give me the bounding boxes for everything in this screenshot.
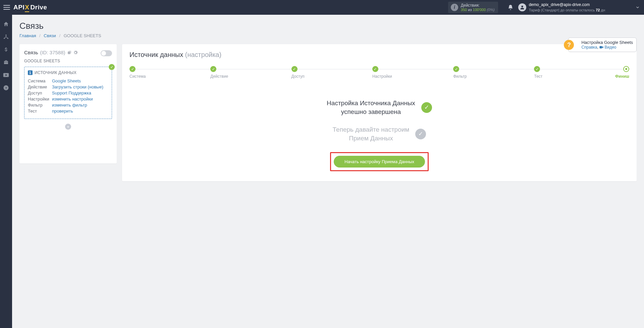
actions-used: 350 — [461, 8, 467, 12]
user-tariff: Тариф |Стандарт| до оплаты осталось 72 д… — [529, 8, 605, 12]
svg-text:?: ? — [5, 86, 7, 90]
step: ✓Настройки — [372, 66, 453, 79]
source-row-key: Фильтр — [28, 103, 52, 108]
user-block[interactable]: demo_apix_drive@apix-drive.com Тариф |Ст… — [529, 2, 605, 12]
gear-icon[interactable] — [73, 50, 78, 55]
start-setup-button[interactable]: Начать настройку Приема Данных — [334, 156, 425, 168]
step: ✓Фильтр — [453, 66, 534, 79]
svg-rect-7 — [600, 46, 602, 49]
help-box: ? Настройка Google Sheets Справка, Видео — [568, 38, 637, 52]
svg-point-1 — [5, 35, 6, 36]
source-row-value[interactable]: проверить — [52, 109, 73, 114]
nav-help-icon[interactable]: ? — [0, 82, 12, 94]
user-email: demo_apix_drive@apix-drive.com — [529, 2, 605, 8]
logo-api: API — [13, 4, 24, 11]
chevron-down-icon[interactable] — [635, 5, 640, 10]
actions-label: Действия: — [461, 3, 495, 8]
help-qmark-icon[interactable]: ? — [564, 40, 574, 50]
actions-total: 100'000 — [473, 8, 486, 12]
step-dot-icon: ✓ — [534, 66, 540, 72]
step-label: Тест — [534, 74, 615, 79]
check-icon: ✓ — [421, 102, 432, 113]
content: ? Настройка Google Sheets Справка, Видео… — [12, 15, 644, 328]
nav-home-icon[interactable] — [0, 18, 12, 30]
copy-icon[interactable] — [67, 50, 72, 55]
enable-toggle[interactable] — [101, 50, 112, 56]
notifications-icon[interactable] — [507, 4, 514, 10]
step: ✓Система — [129, 66, 210, 79]
breadcrumb: Главная / Связи / GOOGLE SHEETS — [19, 33, 637, 38]
source-row-value[interactable]: изменить настройки — [52, 96, 93, 102]
check-icon-pending: ✓ — [415, 129, 426, 139]
logo-x: X — [25, 4, 29, 11]
source-row: ДействиеЗагрузить строки (новые) — [28, 84, 108, 89]
source-row-value[interactable]: Support Поддержка — [52, 90, 91, 95]
actions-pct: (0%) — [487, 8, 494, 12]
topbar: API X Drive i Действия: 350 из 100'000 (… — [0, 0, 644, 15]
status-pending: Теперь давайте настроим Прием Данных ✓ — [129, 125, 629, 142]
step-label: Действие — [210, 74, 291, 79]
nav-video-icon[interactable] — [0, 69, 12, 81]
source-row-key: Доступ — [28, 90, 52, 95]
main-title: Источник данных (настройка) — [129, 51, 629, 59]
source-num: 1 — [28, 70, 33, 75]
cta-highlight: Начать настройку Приема Данных — [330, 152, 429, 171]
source-row: СистемаGoogle Sheets — [28, 78, 108, 83]
logo[interactable]: API X Drive — [13, 4, 47, 11]
source-box: ✓ 1 ИСТОЧНИК ДАННЫХ СистемаGoogle Sheets… — [24, 67, 112, 119]
menu-toggle[interactable] — [2, 3, 11, 12]
crumb-links[interactable]: Связи — [44, 33, 56, 38]
source-row: Фильтризменить фильтр — [28, 103, 108, 108]
source-row: Тестпроверить — [28, 109, 108, 114]
sheet-label: GOOGLE SHEETS — [24, 59, 112, 63]
avatar-icon[interactable] — [518, 3, 526, 11]
source-row-value[interactable]: изменить фильтр — [52, 103, 87, 108]
left-panel: Связь (ID: 37588) GOOGLE SHEETS ✓ 1 ИСТО… — [19, 44, 117, 163]
info-icon: i — [451, 4, 458, 11]
step-dot-icon: ✓ — [210, 66, 216, 72]
step-dot-icon: ✓ — [129, 66, 136, 72]
actions-counter[interactable]: i Действия: 350 из 100'000 (0%) — [448, 2, 498, 13]
step-label: Доступ — [291, 74, 372, 79]
help-link[interactable]: Справка — [581, 45, 597, 50]
step: ✓Доступ — [291, 66, 372, 79]
source-row-key: Настройки — [28, 96, 52, 102]
step: ✓Тест — [534, 66, 615, 79]
source-title: ИСТОЧНИК ДАННЫХ — [35, 70, 76, 75]
source-row-value[interactable]: Google Sheets — [52, 78, 81, 83]
step-label: Настройки — [372, 74, 453, 79]
step-label: Финиш — [615, 74, 629, 79]
crumb-current: GOOGLE SHEETS — [64, 33, 101, 38]
page-title: Связь — [19, 21, 637, 31]
step-dot-icon: ✓ — [453, 66, 459, 72]
source-check-icon: ✓ — [109, 64, 115, 70]
nav-connections-icon[interactable] — [0, 31, 12, 43]
nav-briefcase-icon[interactable] — [0, 56, 12, 68]
logo-drive: Drive — [30, 4, 47, 11]
source-row-key: Действие — [28, 84, 52, 89]
main-panel: Источник данных (настройка) ✓Система✓Дей… — [122, 44, 637, 181]
nav-billing-icon[interactable] — [0, 44, 12, 56]
step-dot-icon: ✓ — [291, 66, 298, 72]
step-dot-icon — [623, 66, 629, 72]
sidenav: ? — [0, 15, 12, 328]
step-label: Система — [129, 74, 210, 79]
source-row-value[interactable]: Загрузить строки (новые) — [52, 84, 103, 89]
add-block-button[interactable]: + — [65, 124, 71, 130]
help-title: Настройка Google Sheets — [581, 40, 633, 45]
source-row: Настройкиизменить настройки — [28, 96, 108, 102]
crumb-home[interactable]: Главная — [19, 33, 36, 38]
source-row-key: Система — [28, 78, 52, 83]
left-id: (ID: 37588) — [40, 50, 65, 55]
video-cam-icon — [599, 45, 604, 50]
source-row-key: Тест — [28, 109, 52, 114]
video-link[interactable]: Видео — [604, 45, 616, 50]
left-title: Связь — [24, 50, 38, 55]
status-done: Настройка Источника Данных успешно завер… — [129, 99, 629, 116]
step-dot-icon: ✓ — [372, 66, 378, 72]
source-row: ДоступSupport Поддержка — [28, 90, 108, 95]
actions-sep: из — [468, 8, 472, 12]
step: ✓Действие — [210, 66, 291, 79]
stepper: ✓Система✓Действие✓Доступ✓Настройки✓Фильт… — [129, 66, 629, 79]
svg-point-0 — [521, 6, 523, 7]
